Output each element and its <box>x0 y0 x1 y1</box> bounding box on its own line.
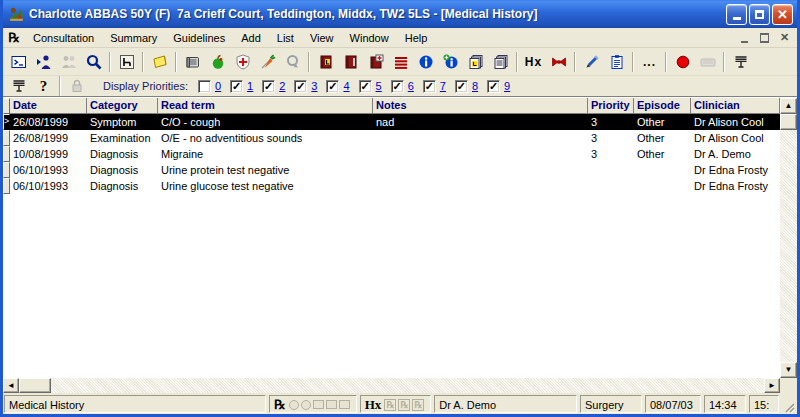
row-selector[interactable]: > <box>3 114 10 130</box>
menu-consultation[interactable]: Consultation <box>25 30 102 46</box>
priority-8-checkbox[interactable]: ✓ <box>455 80 468 93</box>
red-list-button[interactable] <box>388 50 413 74</box>
horizontal-scroll-track[interactable] <box>51 378 764 393</box>
column-header-clinician[interactable]: Clinician <box>691 98 780 114</box>
menu-summary[interactable]: Summary <box>102 30 165 46</box>
patient-search-button[interactable] <box>81 50 106 74</box>
toolbar-separator <box>308 52 310 72</box>
table-row[interactable]: 06/10/1993 Diagnosis Urine protein test … <box>3 162 780 178</box>
priority-1-checkbox[interactable]: ✓ <box>230 80 243 93</box>
row-selector[interactable] <box>3 178 10 194</box>
priority-6-checkbox[interactable]: ✓ <box>391 80 404 93</box>
priority-9-checkbox[interactable]: ✓ <box>487 80 500 93</box>
horizontal-scroll-thumb[interactable] <box>19 378 51 393</box>
menu-help[interactable]: Help <box>397 30 436 46</box>
priority-3-checkbox[interactable]: ✓ <box>294 80 307 93</box>
column-header-priority[interactable]: Priority <box>588 98 634 114</box>
priority-0-link[interactable]: 0 <box>215 80 221 92</box>
rack-icon <box>733 54 749 70</box>
diet-button[interactable] <box>255 50 280 74</box>
vertical-scrollbar[interactable]: ▲ ▼ <box>780 98 797 393</box>
mdi-minimize-button[interactable] <box>736 30 753 45</box>
priority-7-checkbox[interactable]: ✓ <box>423 80 436 93</box>
test-rack-button-2[interactable] <box>6 77 31 96</box>
bp-loop-button[interactable] <box>280 50 305 74</box>
priority-9-link[interactable]: 9 <box>504 80 510 92</box>
menu-add[interactable]: Add <box>233 30 269 46</box>
priority-4-link[interactable]: 4 <box>343 80 349 92</box>
immunisation-button[interactable] <box>230 50 255 74</box>
priority-7-link[interactable]: 7 <box>440 80 446 92</box>
test-rack-button[interactable] <box>728 50 753 74</box>
patient-group-button[interactable] <box>56 50 81 74</box>
row-selector[interactable] <box>3 162 10 178</box>
column-header-category[interactable]: Category <box>87 98 158 114</box>
column-header-read-term[interactable]: Read term <box>158 98 373 114</box>
xray-button[interactable] <box>546 50 571 74</box>
priority-2-link[interactable]: 2 <box>279 80 285 92</box>
journal-button[interactable] <box>180 50 205 74</box>
info-button[interactable] <box>413 50 438 74</box>
column-header-notes[interactable]: Notes <box>373 98 588 114</box>
lock-button[interactable] <box>64 77 89 96</box>
cell-category: Examination <box>87 130 158 146</box>
row-selector[interactable] <box>3 130 10 146</box>
status-date: 08/07/03 <box>645 395 701 413</box>
menu-guidelines[interactable]: Guidelines <box>165 30 233 46</box>
priority-5-link[interactable]: 5 <box>376 80 382 92</box>
mdi-close-button[interactable]: ✕ <box>776 30 793 45</box>
red-book-button[interactable] <box>338 50 363 74</box>
record-button[interactable] <box>670 50 695 74</box>
rx-system-menu-icon[interactable]: ℞ <box>3 30 25 46</box>
ledger-button[interactable] <box>313 50 338 74</box>
column-header-date[interactable]: Date <box>10 98 87 114</box>
cell-read-term: Migraine <box>158 146 373 162</box>
priority-3-link[interactable]: 3 <box>311 80 317 92</box>
consultation-button[interactable] <box>114 50 139 74</box>
history-button[interactable]: Hx <box>521 50 546 74</box>
keyboard-button[interactable] <box>695 50 720 74</box>
menu-view[interactable]: View <box>302 30 342 46</box>
table-row[interactable]: 10/08/1999 Diagnosis Migraine 3 Other Dr… <box>3 146 780 162</box>
scroll-left-icon[interactable]: ◄ <box>3 378 19 393</box>
prescription-button[interactable] <box>579 50 604 74</box>
minimize-button[interactable] <box>726 4 747 25</box>
info-add-button[interactable] <box>438 50 463 74</box>
close-button[interactable]: ✕ <box>772 4 793 25</box>
mdi-restore-button[interactable] <box>756 30 773 45</box>
select-patient-button[interactable] <box>31 50 56 74</box>
table-row[interactable]: 26/08/1999 Examination O/E - no adventit… <box>3 130 780 146</box>
scroll-up-icon[interactable]: ▲ <box>780 98 797 114</box>
priority-8-link[interactable]: 8 <box>472 80 478 92</box>
table-row[interactable]: 06/10/1993 Diagnosis Urine glucose test … <box>3 178 780 194</box>
priority-4-checkbox[interactable]: ✓ <box>326 80 339 93</box>
menu-window[interactable]: Window <box>342 30 397 46</box>
priority-6-link[interactable]: 6 <box>408 80 414 92</box>
prompt-window-button[interactable] <box>6 50 31 74</box>
pages-ledger-button[interactable] <box>463 50 488 74</box>
red-book-add-button[interactable] <box>363 50 388 74</box>
resize-grip[interactable] <box>782 395 796 413</box>
column-header-episode[interactable]: Episode <box>634 98 691 114</box>
horizontal-scrollbar[interactable]: ◄ ► <box>3 378 780 393</box>
priority-0-checkbox[interactable] <box>198 80 211 93</box>
form-button[interactable] <box>604 50 629 74</box>
row-selector[interactable] <box>3 146 10 162</box>
toolbar-separator <box>574 52 576 72</box>
priority-2-checkbox[interactable]: ✓ <box>262 80 275 93</box>
pages-list-button[interactable] <box>488 50 513 74</box>
lifestyle-button[interactable] <box>205 50 230 74</box>
scroll-down-icon[interactable]: ▼ <box>780 362 797 378</box>
title-bar: Charlotte ABBAS 50Y (F) 7a Crieff Court,… <box>3 0 797 28</box>
maximize-button[interactable] <box>749 4 770 25</box>
scroll-right-icon[interactable]: ► <box>764 378 780 393</box>
priority-1-link[interactable]: 1 <box>247 80 253 92</box>
menu-list[interactable]: List <box>269 30 302 46</box>
priority-5-checkbox[interactable]: ✓ <box>359 80 372 93</box>
table-row[interactable]: > 26/08/1999 Symptom C/O - cough nad 3 O… <box>3 114 780 130</box>
vertical-scroll-track[interactable] <box>780 130 797 362</box>
more-button[interactable]: ... <box>637 50 662 74</box>
help-button[interactable]: ? <box>31 77 56 96</box>
vertical-scroll-thumb[interactable] <box>780 114 797 130</box>
note-button[interactable] <box>147 50 172 74</box>
